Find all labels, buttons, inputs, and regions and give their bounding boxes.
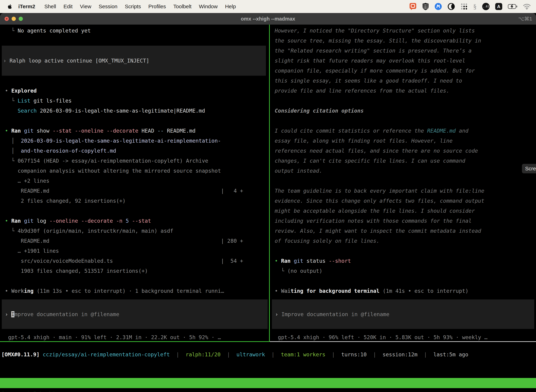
terminal-line: of focusing solely on file lines. xyxy=(270,236,536,246)
terminal-area: └ No agents completed yet› Ralph loop ac… xyxy=(0,25,536,392)
terminal-line: slight risk that future readers may over… xyxy=(270,56,536,66)
section-squiggle-icon[interactable]: § xyxy=(473,3,477,10)
tmux-session-label: [omx-cczip0:bash* xyxy=(1,388,55,392)
prompt-chevron: › xyxy=(275,311,281,317)
blank-line xyxy=(270,176,536,186)
menu-item-edit[interactable]: Edit xyxy=(63,4,73,9)
terminal-line: However, I noticed the "Directory Struct… xyxy=(270,26,536,36)
terminal-line: • Ran git status --short xyxy=(270,256,536,266)
terminal-line: 1903 files changed, 513517 insertions(+) xyxy=(0,266,269,276)
window-title: omx --xhigh --madmax xyxy=(0,13,536,25)
menu-item-scripts[interactable]: Scripts xyxy=(125,4,141,9)
menu-item-shell[interactable]: Shell xyxy=(44,4,56,9)
terminal-line: the source tree, missing the essay. Stil… xyxy=(270,36,536,46)
terminal-line: └ No agents completed yet xyxy=(0,26,269,36)
pane-right: However, I noticed the "Directory Struct… xyxy=(270,25,536,342)
blue-activity-icon[interactable] xyxy=(435,3,442,10)
count-badge-icon[interactable]: ..61 xyxy=(482,3,490,10)
crescent-icon[interactable] xyxy=(448,3,455,10)
pane-bottom-border-right xyxy=(270,341,536,342)
menu-item-window[interactable]: Window xyxy=(199,4,218,9)
terminal-line: └ 067f154 (HEAD -> essay/ai-reimplementa… xyxy=(0,156,269,166)
terminal-line: 2 files changed, 92 insertions(+) xyxy=(0,196,269,206)
prompt-chevron: › xyxy=(5,311,11,317)
terminal-line: including verification notes with those … xyxy=(270,216,536,226)
terminal-line: │ 2026-03-09-is-legal-the-same-as-legiti… xyxy=(0,136,269,146)
terminal-line: Search 2026-03-09-is-legal-the-same-as-l… xyxy=(0,106,269,116)
iterm-window: omx --xhigh --madmax ⌥⌘1 └ No agents com… xyxy=(0,13,536,392)
blank-line xyxy=(0,76,269,86)
blank-line xyxy=(0,116,269,126)
terminal-line: essay file, along with finding root file… xyxy=(270,136,536,146)
terminal-line: I could cite commit statistics or refere… xyxy=(270,126,536,136)
terminal-line: evidence. Since this change only affects… xyxy=(270,196,536,206)
blank-line xyxy=(270,276,536,286)
model-status-left: gpt-5.4 xhigh · main · 91% left · 2.31M … xyxy=(2,332,221,342)
pane-left: └ No agents completed yet› Ralph loop ac… xyxy=(0,25,269,342)
model-status-right: gpt-5.4 xhigh · 96% left · 520K in · 5.8… xyxy=(272,332,488,342)
wifi-icon[interactable] xyxy=(523,4,531,9)
terminal-line: this single essay, it seems like a good … xyxy=(270,76,536,86)
terminal-line: references need actual files, and since … xyxy=(270,146,536,156)
menu-item-toolbelt[interactable]: Toolbelt xyxy=(173,4,191,9)
terminal-line: • Ran git log --oneline --decorate -n 5 … xyxy=(0,216,269,226)
blank-line xyxy=(0,206,269,216)
terminal-line: companion file, especially if more comme… xyxy=(270,66,536,76)
pane-bottom-border-left xyxy=(0,341,269,342)
title-bar[interactable]: omx --xhigh --madmax ⌥⌘1 xyxy=(0,13,536,25)
menu-item-help[interactable]: Help xyxy=(225,4,236,9)
terminal-line: … +2 lines xyxy=(0,176,269,186)
omx-status-bar: [OMX#0.11.9] cczip/essay/ai-reimplementa… xyxy=(1,350,468,359)
input-text: Improve documentation in @filename xyxy=(281,311,389,317)
blank-line xyxy=(0,276,269,286)
terminal-line: output instead. xyxy=(270,166,536,176)
menu-item-session[interactable]: Session xyxy=(99,4,117,9)
menubar-status-icons: §..61A xyxy=(409,3,531,10)
screen-tooltip: Scre xyxy=(522,164,536,173)
terminal-line: • Explored xyxy=(0,86,269,96)
blank-line xyxy=(270,96,536,106)
terminal-line: might be acceptable alongside the file l… xyxy=(270,206,536,216)
terminal-line: The team guideline is to back every impo… xyxy=(270,186,536,196)
inline-prompt-box[interactable]: › Ralph loop active continue [OMX_TMUX_I… xyxy=(2,46,266,76)
terminal-line: … +1901 lines xyxy=(0,246,269,256)
menu-item-view[interactable]: View xyxy=(80,4,91,9)
prompt-input-left[interactable]: › Improve documentation in @filename xyxy=(2,299,268,329)
terminal-line: the "Related research writing" section i… xyxy=(270,46,536,56)
shield-grid-icon[interactable] xyxy=(422,3,429,10)
blank-line xyxy=(0,36,269,46)
terminal-line: review. Also, I might want to inspect th… xyxy=(270,226,536,236)
dots-grid-icon[interactable] xyxy=(460,3,468,10)
terminal-line: companion analysis without altering the … xyxy=(0,166,269,176)
blank-line xyxy=(270,246,536,256)
prompt-input-right[interactable]: › Improve documentation in @filename xyxy=(272,299,534,329)
a-badge-icon[interactable]: A xyxy=(495,3,502,10)
text-cursor: I xyxy=(11,311,14,317)
window-shortcut-badge: ⌥⌘1 xyxy=(518,13,532,25)
terminal-line: README.md | 4 + xyxy=(0,186,269,196)
menu-item-profiles[interactable]: Profiles xyxy=(148,4,166,9)
blank-line xyxy=(270,116,536,126)
terminal-line: README.md | 280 + xyxy=(0,236,269,246)
menu-app-name[interactable]: iTerm2 xyxy=(18,4,35,9)
apple-menu-icon[interactable] xyxy=(8,4,12,9)
terminal-line: └ List git ls-files xyxy=(0,96,269,106)
menu-items: ShellEditViewSessionScriptsProfilesToolb… xyxy=(37,4,236,9)
input-text: mprove documentation in @filename xyxy=(14,311,119,317)
terminal-line: src/voice/voiceModeEnabled.ts | 54 + xyxy=(0,256,269,266)
terminal-line: Considering citation options xyxy=(270,106,536,116)
tmux-status-bar: [omx-cczip0:bash* "MacBook-Pro-44.local"… xyxy=(0,378,536,388)
terminal-line: • Waiting for background terminal (1m 41… xyxy=(270,286,536,296)
terminal-line: changes, I can't cite specific file line… xyxy=(270,156,536,166)
battery-charging-icon[interactable] xyxy=(508,4,517,9)
terminal-line: └ (no output) xyxy=(270,266,536,276)
terminal-line: • Ran git show --stat --oneline --decora… xyxy=(0,126,269,136)
chat-icon[interactable] xyxy=(409,3,416,10)
terminal-line: └ 4b9d30f (origin/main, instructkr/main,… xyxy=(0,226,269,236)
terminal-line: • Working (11m 13s • esc to interrupt) ·… xyxy=(0,286,269,296)
terminal-line: │ and-the-erosion-of-copyleft.md xyxy=(0,146,269,156)
menu-bar: iTerm2 ShellEditViewSessionScriptsProfil… xyxy=(0,0,536,13)
terminal-line: provide file and line references from th… xyxy=(270,86,536,96)
